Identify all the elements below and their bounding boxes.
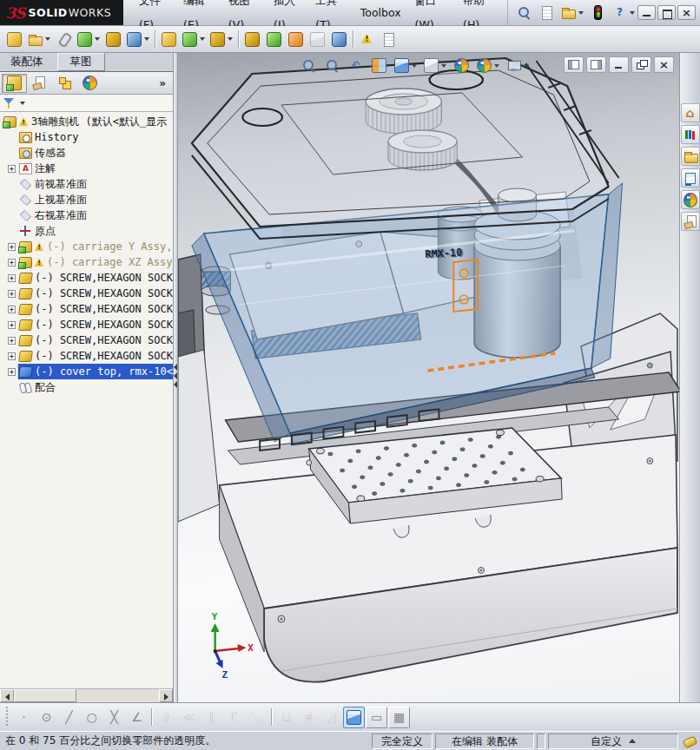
zoom-to-fit-button[interactable] bbox=[298, 56, 320, 76]
view-settings-button[interactable] bbox=[504, 56, 532, 76]
previous-view-button[interactable]: ↶ bbox=[345, 56, 367, 76]
expand-icon[interactable]: + bbox=[8, 352, 16, 360]
sketch-chamfer-button[interactable]: ◿ bbox=[320, 707, 342, 728]
relation-perpendicular-button[interactable]: Γ bbox=[223, 707, 245, 728]
displaymanager-button[interactable] bbox=[77, 74, 102, 93]
new-sketch-button[interactable] bbox=[208, 29, 235, 50]
insert-component-button[interactable] bbox=[3, 29, 25, 50]
dropdown-arrow-icon[interactable] bbox=[412, 64, 417, 68]
measure-button[interactable] bbox=[328, 29, 350, 50]
solidworks-resources-button[interactable]: ⌂ bbox=[681, 103, 700, 122]
sketch-line-button[interactable]: ╱ bbox=[58, 707, 80, 728]
panel-expand-chevron[interactable]: » bbox=[159, 77, 173, 89]
tag-icon[interactable] bbox=[681, 734, 698, 748]
display-style-button[interactable] bbox=[421, 56, 449, 76]
filter-dropdown-arrow-icon[interactable] bbox=[20, 102, 25, 105]
dropdown-arrow-icon[interactable] bbox=[494, 64, 499, 68]
sketch-grid-button[interactable]: # bbox=[298, 707, 320, 728]
smart-fasteners-button[interactable] bbox=[102, 29, 124, 50]
tree-item[interactable]: History bbox=[0, 129, 173, 145]
expand-icon[interactable]: + bbox=[8, 259, 16, 266]
screen-capture-button[interactable] bbox=[378, 29, 400, 50]
dropdown-arrow-icon[interactable] bbox=[95, 37, 100, 41]
sketch-trim-button[interactable]: ╳ bbox=[103, 707, 125, 728]
status-custom-dropdown[interactable]: 自定义 bbox=[548, 734, 678, 749]
help-button[interactable]: ? bbox=[610, 2, 637, 23]
sketch-polygon-button[interactable]: ○ bbox=[81, 707, 102, 728]
tree-item[interactable]: +(-) SCREW,HEXAGON SOCKET H bbox=[0, 301, 173, 317]
tree-item[interactable]: +注解 bbox=[0, 161, 173, 176]
dropdown-arrow-icon[interactable] bbox=[144, 37, 149, 41]
planar-display-button[interactable]: ▭ bbox=[366, 707, 387, 728]
propertymanager-button[interactable] bbox=[27, 74, 52, 93]
tree-item[interactable]: +(-) SCREW,HEXAGON SOCKET H bbox=[0, 270, 173, 286]
tree-item[interactable]: +(-) SCREW,HEXAGON SOCKET H bbox=[0, 332, 173, 348]
view-orientation-button[interactable] bbox=[392, 56, 419, 76]
tab-sketch[interactable]: 草图 bbox=[57, 53, 105, 71]
convert-entities-button[interactable]: ⊔ bbox=[275, 707, 297, 728]
search-button[interactable] bbox=[513, 2, 535, 23]
doc-close-button[interactable]: × bbox=[654, 56, 674, 73]
view-palette-button[interactable] bbox=[681, 168, 700, 188]
expand-icon[interactable]: + bbox=[8, 290, 16, 298]
open-document-button[interactable] bbox=[558, 2, 586, 23]
window-restore-button[interactable] bbox=[657, 5, 676, 20]
window-close-button[interactable]: × bbox=[677, 5, 696, 20]
appearances-scenes-button[interactable] bbox=[681, 190, 700, 209]
sketch-point-button[interactable]: · bbox=[13, 707, 35, 728]
dropdown-arrow-icon[interactable] bbox=[45, 37, 50, 41]
expand-icon[interactable]: + bbox=[8, 321, 16, 329]
shaded-with-edges-button[interactable] bbox=[343, 707, 365, 728]
scroll-right-arrow[interactable] bbox=[159, 689, 173, 702]
dropdown-arrow-icon[interactable] bbox=[630, 11, 635, 15]
motion-study-button[interactable] bbox=[241, 29, 263, 50]
design-library-button[interactable] bbox=[681, 125, 700, 144]
scrollbar-thumb[interactable] bbox=[14, 689, 76, 702]
assembly-features-button[interactable] bbox=[180, 29, 208, 50]
relation-parallel-button[interactable]: ∥ bbox=[201, 707, 222, 728]
custom-properties-button[interactable] bbox=[681, 212, 700, 231]
tree-item[interactable]: +(-) SCREW,HEXAGON SOCKET H bbox=[0, 317, 173, 332]
mate-button[interactable] bbox=[75, 29, 102, 50]
new-document-button[interactable] bbox=[536, 2, 558, 23]
doc-restore-button[interactable] bbox=[631, 56, 651, 73]
tree-item[interactable]: 传感器 bbox=[0, 145, 173, 161]
edit-appearance-button[interactable] bbox=[451, 56, 472, 76]
tree-item-selected[interactable]: +(-) cover top, rmx-10<1> bbox=[0, 364, 173, 379]
zoom-to-area-button[interactable] bbox=[321, 56, 343, 76]
tree-item[interactable]: 3轴雕刻机 (默认<默认_显示 bbox=[0, 114, 173, 129]
relation-tangent-button[interactable]: ∂ bbox=[155, 707, 177, 728]
toolbar-grip[interactable] bbox=[4, 707, 10, 727]
pane-left-button[interactable] bbox=[564, 56, 584, 73]
tree-item[interactable]: 前视基准面 bbox=[0, 176, 173, 192]
tree-item[interactable]: +(-) SCREW,HEXAGON SOCKET H bbox=[0, 348, 173, 364]
tree-item[interactable]: +(-) carriage XZ Assy,rm bbox=[0, 254, 173, 270]
expand-icon[interactable]: + bbox=[8, 306, 16, 313]
doc-minimize-button[interactable] bbox=[609, 56, 629, 73]
relation-spline-button[interactable]: ⋱ bbox=[246, 707, 267, 728]
solidworks-rx-button[interactable] bbox=[587, 2, 609, 23]
dropdown-arrow-icon[interactable] bbox=[200, 37, 205, 41]
exploded-view-button[interactable] bbox=[285, 29, 307, 50]
filter-funnel-icon[interactable] bbox=[3, 96, 16, 109]
expand-icon[interactable]: + bbox=[8, 243, 16, 251]
pane-right-button[interactable] bbox=[586, 56, 606, 73]
expand-icon[interactable]: + bbox=[8, 165, 16, 173]
apply-scene-button[interactable] bbox=[474, 56, 502, 76]
dropdown-arrow-icon[interactable] bbox=[578, 11, 584, 15]
dropdown-arrow-icon[interactable] bbox=[441, 64, 446, 68]
dropdown-arrow-icon[interactable] bbox=[228, 37, 233, 41]
featuremanager-tree-button[interactable] bbox=[2, 74, 27, 93]
tree-item[interactable]: 配合 bbox=[0, 379, 173, 395]
attachment-button[interactable] bbox=[53, 29, 75, 50]
tab-assembly[interactable]: 装配体 bbox=[5, 54, 49, 70]
dropdown-arrow-icon[interactable] bbox=[524, 64, 529, 68]
expand-icon[interactable]: + bbox=[8, 274, 16, 282]
explode-line-sketch-button[interactable] bbox=[307, 29, 328, 50]
graphics-viewport[interactable]: RMX-10 RMX-10 Y X bbox=[178, 53, 679, 702]
table-display-button[interactable]: ▦ bbox=[388, 707, 410, 728]
tree-item[interactable]: 上视基准面 bbox=[0, 192, 173, 207]
panel-horizontal-scrollbar[interactable] bbox=[0, 688, 173, 702]
section-view-button[interactable] bbox=[368, 56, 390, 76]
file-explorer-button[interactable] bbox=[681, 147, 700, 166]
